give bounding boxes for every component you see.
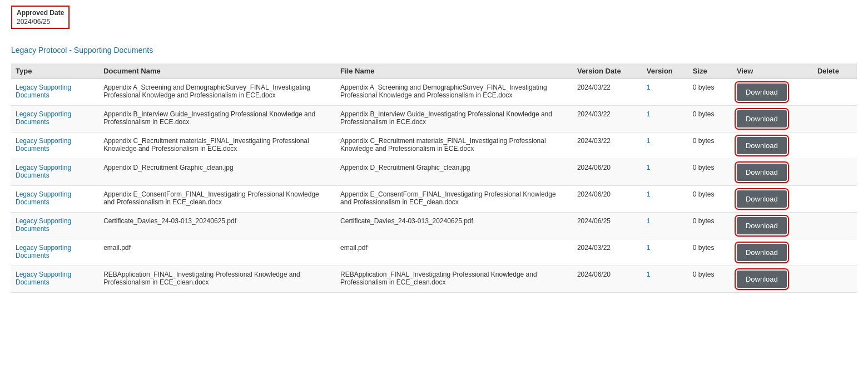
col-header-delete: Delete xyxy=(813,63,857,79)
download-button[interactable]: Download xyxy=(737,217,787,234)
cell-version-date: 2024/03/22 xyxy=(573,106,642,132)
version-link[interactable]: 1 xyxy=(647,137,651,145)
version-link[interactable]: 1 xyxy=(647,244,651,252)
table-row: Legacy Supporting Documents REBApplicati… xyxy=(11,266,857,293)
cell-version-date: 2024/06/20 xyxy=(573,266,642,293)
cell-version-date: 2024/06/20 xyxy=(573,186,642,213)
cell-document-name: Appendix D_Recruitment Graphic_clean.jpg xyxy=(99,159,336,186)
col-header-size: Size xyxy=(688,63,732,79)
cell-document-name: Appendix E_ConsentForm_FINAL_Investigati… xyxy=(99,186,336,213)
cell-file-name: Certificate_Davies_24-03-013_20240625.pd… xyxy=(336,213,573,239)
download-button[interactable]: Download xyxy=(737,190,787,208)
download-button[interactable]: Download xyxy=(737,164,787,181)
cell-type[interactable]: Legacy Supporting Documents xyxy=(11,186,99,213)
col-header-file-name: File Name xyxy=(336,63,573,79)
table-row: Legacy Supporting Documents Appendix D_R… xyxy=(11,159,857,186)
cell-document-name: Certificate_Davies_24-03-013_20240625.pd… xyxy=(99,213,336,239)
cell-size: 0 bytes xyxy=(688,186,732,213)
version-link[interactable]: 1 xyxy=(647,84,651,91)
version-link[interactable]: 1 xyxy=(647,164,651,171)
cell-delete xyxy=(813,132,857,159)
cell-file-name: Appendix B_Interview Guide_Investigating… xyxy=(336,106,573,132)
cell-version[interactable]: 1 xyxy=(642,186,688,213)
cell-view[interactable]: Download xyxy=(732,239,813,266)
cell-size: 0 bytes xyxy=(688,213,732,239)
cell-delete xyxy=(813,186,857,213)
type-link[interactable]: Legacy Supporting Documents xyxy=(16,164,71,179)
cell-type[interactable]: Legacy Supporting Documents xyxy=(11,106,99,132)
download-button[interactable]: Download xyxy=(737,271,787,288)
cell-size: 0 bytes xyxy=(688,132,732,159)
download-button[interactable]: Download xyxy=(737,244,787,261)
col-header-version-date: Version Date xyxy=(573,63,642,79)
cell-view[interactable]: Download xyxy=(732,186,813,213)
cell-type[interactable]: Legacy Supporting Documents xyxy=(11,132,99,159)
cell-file-name: REBApplication_FINAL_Investigating Profe… xyxy=(336,266,573,293)
cell-version-date: 2024/03/22 xyxy=(573,132,642,159)
cell-document-name: Appendix C_Recruitment materials_FINAL_I… xyxy=(99,132,336,159)
type-link[interactable]: Legacy Supporting Documents xyxy=(16,190,71,206)
table-row: Legacy Supporting Documents Appendix B_I… xyxy=(11,106,857,132)
cell-type[interactable]: Legacy Supporting Documents xyxy=(11,79,99,106)
cell-delete xyxy=(813,266,857,293)
cell-version-date: 2024/06/20 xyxy=(573,159,642,186)
cell-delete xyxy=(813,79,857,106)
approved-date-box: Approved Date 2024/06/25 xyxy=(11,6,70,29)
cell-size: 0 bytes xyxy=(688,79,732,106)
download-button[interactable]: Download xyxy=(737,84,787,101)
cell-size: 0 bytes xyxy=(688,106,732,132)
type-link[interactable]: Legacy Supporting Documents xyxy=(16,244,71,259)
cell-view[interactable]: Download xyxy=(732,106,813,132)
cell-version[interactable]: 1 xyxy=(642,79,688,106)
cell-view[interactable]: Download xyxy=(732,266,813,293)
cell-version[interactable]: 1 xyxy=(642,213,688,239)
cell-file-name: Appendix E_ConsentForm_FINAL_Investigati… xyxy=(336,186,573,213)
cell-delete xyxy=(813,159,857,186)
cell-type[interactable]: Legacy Supporting Documents xyxy=(11,266,99,293)
table-row: Legacy Supporting Documents Certificate_… xyxy=(11,213,857,239)
cell-view[interactable]: Download xyxy=(732,132,813,159)
cell-document-name: Appendix A_Screening and DemographicSurv… xyxy=(99,79,336,106)
type-link[interactable]: Legacy Supporting Documents xyxy=(16,110,71,126)
cell-version[interactable]: 1 xyxy=(642,106,688,132)
col-header-version: Version xyxy=(642,63,688,79)
type-link[interactable]: Legacy Supporting Documents xyxy=(16,217,71,233)
cell-type[interactable]: Legacy Supporting Documents xyxy=(11,239,99,266)
col-header-document-name: Document Name xyxy=(99,63,336,79)
cell-type[interactable]: Legacy Supporting Documents xyxy=(11,213,99,239)
cell-view[interactable]: Download xyxy=(732,159,813,186)
cell-version[interactable]: 1 xyxy=(642,159,688,186)
cell-version[interactable]: 1 xyxy=(642,132,688,159)
download-button[interactable]: Download xyxy=(737,110,787,127)
table-row: Legacy Supporting Documents email.pdf em… xyxy=(11,239,857,266)
documents-table: Type Document Name File Name Version Dat… xyxy=(11,63,857,293)
type-link[interactable]: Legacy Supporting Documents xyxy=(16,84,71,99)
type-link[interactable]: Legacy Supporting Documents xyxy=(16,137,71,153)
download-button[interactable]: Download xyxy=(737,137,787,154)
version-link[interactable]: 1 xyxy=(647,271,651,278)
version-link[interactable]: 1 xyxy=(647,217,651,225)
cell-version[interactable]: 1 xyxy=(642,239,688,266)
cell-type[interactable]: Legacy Supporting Documents xyxy=(11,159,99,186)
cell-version-date: 2024/03/22 xyxy=(573,79,642,106)
table-row: Legacy Supporting Documents Appendix E_C… xyxy=(11,186,857,213)
cell-file-name: Appendix C_Recruitment materials_FINAL_I… xyxy=(336,132,573,159)
cell-view[interactable]: Download xyxy=(732,213,813,239)
cell-file-name: Appendix D_Recruitment Graphic_clean.jpg xyxy=(336,159,573,186)
cell-version-date: 2024/06/25 xyxy=(573,213,642,239)
approved-date-value: 2024/06/25 xyxy=(17,18,64,26)
cell-version-date: 2024/03/22 xyxy=(573,239,642,266)
cell-version[interactable]: 1 xyxy=(642,266,688,293)
cell-delete xyxy=(813,106,857,132)
type-link[interactable]: Legacy Supporting Documents xyxy=(16,271,71,286)
version-link[interactable]: 1 xyxy=(647,110,651,118)
version-link[interactable]: 1 xyxy=(647,190,651,198)
cell-document-name: Appendix B_Interview Guide_Investigating… xyxy=(99,106,336,132)
approved-date-label: Approved Date xyxy=(17,9,64,17)
col-header-view: View xyxy=(732,63,813,79)
table-row: Legacy Supporting Documents Appendix C_R… xyxy=(11,132,857,159)
cell-delete xyxy=(813,213,857,239)
section-title: Legacy Protocol - Supporting Documents xyxy=(11,46,857,55)
cell-size: 0 bytes xyxy=(688,239,732,266)
cell-view[interactable]: Download xyxy=(732,79,813,106)
